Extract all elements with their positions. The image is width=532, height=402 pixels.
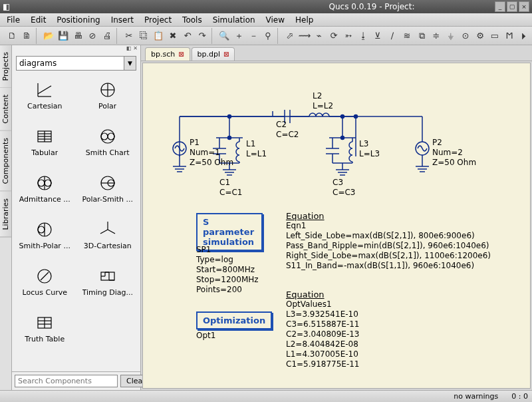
tool2-icon[interactable]: ⟿ [298,29,311,43]
tool15-icon[interactable]: ▭ [488,29,501,43]
svg-point-80 [354,115,358,118]
palette-polar[interactable]: Polar [78,77,138,120]
copy-icon[interactable]: ⿻ [137,29,150,43]
tool9-icon[interactable]: ≋ [400,29,414,43]
category-dropdown-icon[interactable]: ▼ [124,56,136,71]
menu-view[interactable]: View [262,14,289,26]
paste-icon[interactable]: 📋 [152,29,165,43]
status-coords: 0 : 0 [511,392,528,401]
close-button[interactable]: × [519,1,529,12]
C3-name: C3 [332,178,355,188]
tool8-icon[interactable]: ∕ [386,29,399,43]
menu-positioning[interactable]: Positioning [53,14,104,26]
titlebar: ◧ Qucs 0.0.19 - Project: _ ▢ × [0,0,532,13]
tool10-icon[interactable]: ⧉ [415,29,428,43]
tool6-icon[interactable]: ⭳ [356,29,370,43]
close-pane-icon[interactable]: ✕ [133,45,138,53]
C1-val: C=C1 [219,188,242,198]
eqn-line: S11_In_Band=-max(dB(S[1,1]), 960e6:1040e… [286,261,491,271]
svg-line-28 [41,272,49,280]
tool3-icon[interactable]: ⌁ [313,29,326,43]
equation-header: Equation [286,290,360,300]
tool11-icon[interactable]: ≑ [430,29,443,43]
zoom1-icon[interactable]: ⚲ [261,29,275,43]
select-icon[interactable]: ⬀ [283,29,297,43]
sp-line: SP1 [196,245,259,255]
port-icon[interactable]: ⊙ [459,29,472,43]
statusbar: no warnings 0 : 0 [0,390,532,402]
delete-icon[interactable]: ✖ [166,29,180,43]
sidetab-libraries[interactable]: Libraries [0,192,11,238]
close-file-icon[interactable]: ⊘ [86,29,99,43]
palette-truth[interactable]: Truth Table [15,310,75,353]
tab-close-icon[interactable]: ⊠ [223,51,229,58]
zoomin-icon[interactable]: ＋ [232,29,245,43]
minimize-button[interactable]: _ [495,1,505,12]
saveall-icon[interactable]: 🖶 [71,29,84,43]
palette-polarsmith[interactable]: Polar-Smith ... [78,170,138,213]
palette-cartesian[interactable]: Cartesian [15,77,75,120]
schematic-canvas[interactable]: P1 Num=1 Z=50 Ohm P2 Num=2 Z=50 Ohm L1 L… [142,63,531,389]
palette-tabular[interactable]: Tabular [15,124,75,166]
components-pane: ◧✕ ▼ CartesianPolarTabularSmith ChartAdm… [12,45,141,390]
palette-smith[interactable]: Smith Chart [78,124,138,166]
menu-insert[interactable]: Insert [107,14,138,26]
tool4-icon[interactable]: ⟳ [327,29,340,43]
palette-smithpolar[interactable]: Smith-Polar ... [15,217,75,260]
palette-timing[interactable]: Timing Diag... [78,264,138,306]
eqn-line: C3=6.515887E-11 [286,319,360,329]
sp-line: Type=log [196,255,259,265]
optimization-block[interactable]: Optimization [196,311,272,329]
eqn-line: Right_Side_Lobe=max(dB(S[2,1]), 1100e6:1… [286,251,491,261]
palette-axes3d[interactable]: 3D-Cartesian [78,217,138,260]
svg-point-12 [108,133,114,140]
detach-icon[interactable]: ◧ [126,45,132,53]
zoomfit-icon[interactable]: 🔍 [217,29,231,43]
tab-bp-sch[interactable]: bp.sch⊠ [145,47,190,61]
text-icon[interactable]: 🗎 [20,29,33,43]
palette-admittance[interactable]: Admittance ... [15,170,75,213]
palette-label: 3D-Cartesian [84,242,132,250]
tool7-icon[interactable]: ⊻ [371,29,384,43]
sidetab-components[interactable]: Components [0,131,11,192]
open-icon[interactable]: 📂 [42,29,55,43]
redo-icon[interactable]: ↷ [196,29,209,43]
L2-name: L2 [313,91,333,101]
menu-help[interactable]: Help [291,14,317,26]
menu-simulation[interactable]: Simulation [209,14,259,26]
category-select[interactable] [16,56,124,71]
tool16-icon[interactable]: Ϻ [503,29,516,43]
menu-tools[interactable]: Tools [178,14,206,26]
tool17-icon[interactable]: ⏵ [517,29,531,43]
print-icon[interactable]: 🖨 [100,29,114,43]
C1-name: C1 [219,178,242,188]
eqn-line: Eqn1 [286,221,491,231]
eqn-line: L2=8.404842E-08 [286,339,360,349]
cut-icon[interactable]: ✂ [122,29,136,43]
eqn-line: Left_Side_Lobe=max(dB(S[2,1]), 800e6:900… [286,231,491,241]
sidetab-content[interactable]: Content [0,88,11,131]
admittance-icon [35,173,55,193]
search-input[interactable] [15,375,118,387]
maximize-button[interactable]: ▢ [507,1,517,12]
menu-file[interactable]: File [3,14,24,26]
tab-bp-dpl[interactable]: bp.dpl⊠ [192,47,235,61]
tool14-icon[interactable]: ⚙ [473,29,487,43]
tab-close-icon[interactable]: ⊠ [178,51,184,58]
new-icon[interactable]: 🗋 [5,29,19,43]
svg-line-25 [108,230,115,234]
svg-point-16 [45,180,51,186]
palette-locus[interactable]: Locus Curve [15,264,75,306]
menu-project[interactable]: Project [140,14,176,26]
ground-icon[interactable]: ⏚ [444,29,458,43]
zoomout-icon[interactable]: － [247,29,260,43]
tool5-icon[interactable]: ➳ [342,29,355,43]
undo-icon[interactable]: ↶ [181,29,194,43]
palette-label: Timing Diag... [82,288,133,297]
L1-val: L=L1 [246,149,267,159]
toolbar: 🗋 🗎 📂 💾 🖶 ⊘ 🖨 ✂ ⿻ 📋 ✖ ↶ ↷ 🔍 ＋ － ⚲ ⬀ ⟿ [0,27,532,45]
sidetab-projects[interactable]: Projects [0,45,11,88]
palette-label: Admittance ... [19,195,70,204]
save-icon[interactable]: 💾 [57,29,70,43]
menu-edit[interactable]: Edit [27,14,50,26]
